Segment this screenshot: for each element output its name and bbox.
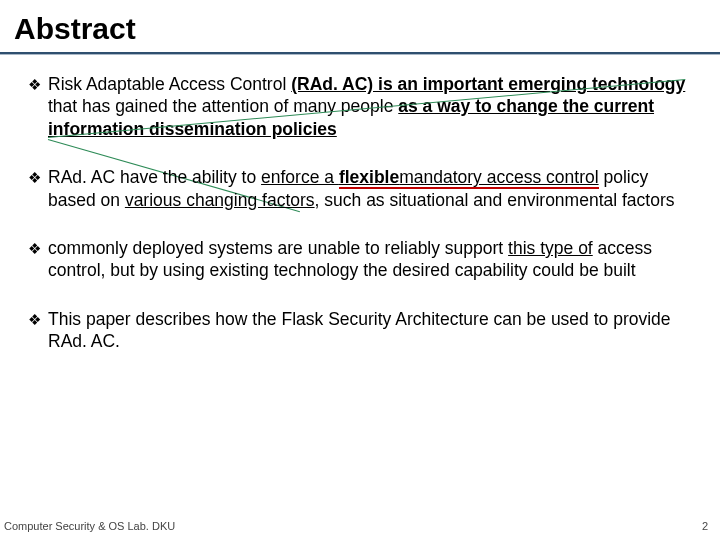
bullet-text: RAd. AC have the ability to enforce a fl…	[48, 166, 692, 211]
text-plain: commonly deployed systems are unable to …	[48, 238, 508, 258]
text-plain: , such as situational and environmental …	[315, 190, 675, 210]
bullet-text: Risk Adaptable Access Control (RAd. AC) …	[48, 73, 692, 140]
bullet-text: This paper describes how the Flask Secur…	[48, 308, 692, 353]
content-area: ❖ Risk Adaptable Access Control (RAd. AC…	[0, 57, 720, 353]
text-plain: that has gained the attention of many pe…	[48, 96, 398, 116]
bullet-text: commonly deployed systems are unable to …	[48, 237, 692, 282]
diamond-bullet-icon: ❖	[28, 166, 48, 211]
slide-title: Abstract	[0, 0, 720, 52]
diamond-bullet-icon: ❖	[28, 73, 48, 140]
list-item: ❖ commonly deployed systems are unable t…	[28, 237, 692, 282]
footer: Computer Security & OS Lab. DKU 2	[4, 520, 708, 532]
list-item: ❖ RAd. AC have the ability to enforce a …	[28, 166, 692, 211]
footer-left: Computer Security & OS Lab. DKU	[4, 520, 175, 532]
text-plain: RAd. AC have the ability to	[48, 167, 261, 187]
text-underline: this type of	[508, 238, 593, 258]
page-number: 2	[702, 520, 708, 532]
text-underline: various changing factors	[125, 190, 315, 210]
list-item: ❖ This paper describes how the Flask Sec…	[28, 308, 692, 353]
list-item: ❖ Risk Adaptable Access Control (RAd. AC…	[28, 73, 692, 140]
text-underline: enforce a	[261, 167, 339, 187]
text-underline-red: mandatory access control	[399, 169, 598, 189]
title-rule-light	[0, 54, 720, 55]
diamond-bullet-icon: ❖	[28, 308, 48, 353]
diamond-bullet-icon: ❖	[28, 237, 48, 282]
text-plain: Risk Adaptable Access Control	[48, 74, 291, 94]
text-plain: This paper describes how the Flask Secur…	[48, 309, 671, 351]
text-flexible-emph: flexible	[339, 169, 399, 189]
